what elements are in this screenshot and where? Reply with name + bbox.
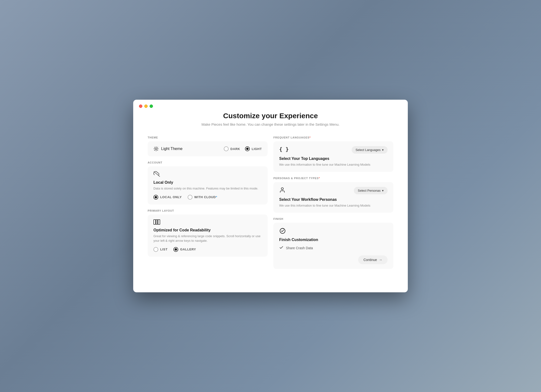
layout-list-option[interactable]: LIST (153, 247, 168, 252)
theme-light-radio[interactable] (245, 146, 250, 151)
maximize-button[interactable] (150, 105, 153, 108)
svg-point-0 (155, 148, 157, 150)
chevron-down-icon: ▾ (382, 189, 384, 192)
personas-required-star: * (319, 177, 320, 180)
layout-section: PRIMARY LAYOUT Optimized for Code Readab… (148, 209, 268, 257)
select-personas-button[interactable]: Select Personas ▾ (354, 187, 388, 194)
continue-button[interactable]: Continue → (358, 255, 388, 264)
account-title: Local Only (153, 180, 262, 185)
close-button[interactable] (139, 105, 142, 108)
finish-title: Finish Customization (279, 238, 388, 242)
account-local-option[interactable]: LOCAL ONLY (153, 195, 182, 200)
app-window: Customize your Experience Make Pieces fe… (133, 100, 408, 292)
left-column: THEME (148, 136, 268, 269)
personas-description: We use this information to fine tune our… (279, 203, 388, 208)
theme-dark-option[interactable]: DARK (224, 146, 240, 151)
layout-card: Optimized for Code Readability Great for… (148, 215, 268, 257)
svg-line-5 (154, 147, 155, 148)
svg-point-13 (281, 188, 284, 190)
theme-section-label: THEME (148, 136, 268, 139)
finish-section: FINISH Finish Customization (273, 217, 393, 269)
account-section: ACCOUNT Local Only Data is stored solely… (148, 161, 268, 204)
checkmark-icon (279, 245, 284, 251)
layout-icon (153, 219, 262, 226)
theme-light-option[interactable]: LIGHT (245, 146, 262, 151)
finish-icon (279, 228, 388, 236)
cloud-asterisk: * (216, 195, 217, 199)
window-content: Customize your Experience Make Pieces fe… (133, 100, 408, 281)
account-local-radio[interactable] (153, 195, 158, 200)
layout-gallery-label: GALLERY (180, 248, 196, 251)
account-local-label: LOCAL ONLY (160, 195, 182, 199)
code-brackets-icon: { } (279, 146, 289, 152)
person-icon (279, 187, 285, 195)
sun-icon (153, 146, 159, 151)
layout-title: Optimized for Code Readability (153, 228, 262, 232)
account-cloud-option[interactable]: WITH CLOUD* (188, 195, 217, 200)
traffic-lights (139, 105, 153, 108)
account-cloud-label: WITH CLOUD* (194, 195, 217, 199)
account-description: Data is stored solely on this machine. F… (153, 186, 262, 191)
account-options: LOCAL ONLY WITH CLOUD* (153, 195, 262, 200)
layout-gallery-option[interactable]: GALLERY (173, 247, 196, 252)
finish-section-label: FINISH (273, 217, 393, 220)
crash-data-label: Share Crash Data (286, 246, 313, 250)
layout-description: Great for viewing & referencing large co… (153, 234, 262, 243)
languages-top-row: { } Select Languages ▾ (279, 146, 388, 154)
theme-light-label: LIGHT (252, 147, 262, 151)
layout-list-label: LIST (160, 248, 168, 251)
languages-required-star: * (310, 136, 311, 139)
theme-options: DARK LIGHT (224, 146, 262, 151)
svg-line-6 (157, 150, 158, 150)
theme-dark-radio[interactable] (224, 146, 229, 151)
svg-rect-11 (156, 220, 158, 224)
languages-section-label: FREQUENT LANGUAGES* (273, 136, 393, 139)
layout-options: LIST GALLERY (153, 247, 262, 252)
personas-card: Select Personas ▾ Select Your Workflow P… (273, 182, 393, 213)
languages-title: Select Your Top Languages (279, 157, 388, 161)
page-title: Customize your Experience (148, 112, 393, 120)
layout-list-radio[interactable] (153, 247, 158, 252)
select-languages-button[interactable]: Select Languages ▾ (352, 146, 388, 154)
personas-top-row: Select Personas ▾ (279, 187, 388, 195)
arrow-right-icon: → (379, 258, 382, 262)
svg-rect-10 (154, 220, 156, 224)
svg-line-8 (157, 147, 158, 148)
personas-section: PERSONAS & PROJECT TYPES* Select (273, 177, 393, 213)
theme-section: THEME (148, 136, 268, 156)
crash-data-row: Share Crash Data (279, 245, 388, 251)
personas-title: Select Your Workflow Personas (279, 197, 388, 202)
account-section-label: ACCOUNT (148, 161, 268, 164)
theme-current: Light Theme (153, 146, 224, 151)
theme-current-label: Light Theme (161, 147, 183, 151)
svg-rect-12 (158, 220, 160, 224)
main-grid: THEME (148, 136, 393, 269)
finish-card: Finish Customization Share Crash Data (273, 223, 393, 269)
theme-card: Light Theme DARK LIGHT (148, 141, 268, 156)
chevron-down-icon: ▾ (382, 148, 384, 152)
account-card: Local Only Data is stored solely on this… (148, 166, 268, 204)
cloud-off-icon (153, 171, 262, 178)
continue-row: Continue → (279, 255, 388, 264)
languages-section: FREQUENT LANGUAGES* { } Select Languages… (273, 136, 393, 172)
right-column: FREQUENT LANGUAGES* { } Select Languages… (273, 136, 393, 269)
personas-section-label: PERSONAS & PROJECT TYPES* (273, 177, 393, 180)
languages-card: { } Select Languages ▾ Select Your Top L… (273, 141, 393, 172)
layout-section-label: PRIMARY LAYOUT (148, 209, 268, 212)
minimize-button[interactable] (144, 105, 148, 108)
page-header: Customize your Experience Make Pieces fe… (148, 112, 393, 126)
account-cloud-radio[interactable] (188, 195, 192, 200)
svg-line-7 (154, 150, 155, 150)
theme-dark-label: DARK (231, 147, 240, 151)
languages-description: We use this information to fine tune our… (279, 162, 388, 167)
page-subtitle: Make Pieces feel like home. You can chan… (148, 122, 393, 126)
layout-gallery-radio[interactable] (173, 247, 178, 252)
